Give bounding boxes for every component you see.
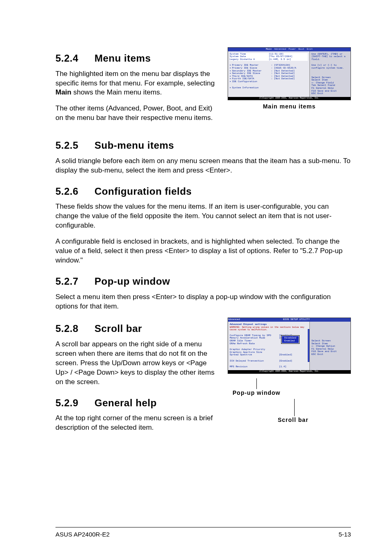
page-footer: ASUS AP2400R-E2 5-13 — [55, 527, 351, 539]
bios-advanced-screenshot: Advanced BIOS SETUP UTILITY Advanced Chi… — [228, 318, 351, 373]
bios2-row-ich[interactable]: ICH Delayed Transaction[Enabled] — [230, 360, 308, 363]
p-524-1: The highlighted item on the menu bar dis… — [55, 69, 218, 98]
bios2-popup[interactable]: Disabled Enabled — [281, 336, 299, 343]
annotation-popup: Pop-up window — [233, 378, 280, 397]
bios-titlebar: BIOS SETUP UTILITY Main Advanced Power B… — [228, 48, 350, 51]
heading-526: 5.2.6Configuration fields — [55, 184, 351, 198]
bios-tab-exit[interactable]: Exit — [307, 48, 313, 51]
bios-row-diskette[interactable]: Legacy Diskette A[1.44M, 3.5 in] — [230, 58, 308, 61]
footer-product: ASUS AP2400R-E2 — [55, 530, 110, 539]
p-525-1: A solid triangle before each item on any… — [55, 157, 351, 175]
bios-main-screenshot: BIOS SETUP UTILITY Main Advanced Power B… — [228, 47, 351, 100]
heading-title-526: Configuration fields — [95, 186, 192, 197]
heading-num-526: 5.2.6 — [55, 184, 95, 198]
bios-row-system-info[interactable]: System Information — [230, 87, 308, 90]
heading-num-529: 5.2.9 — [55, 396, 95, 410]
heading-title-525: Sub-menu items — [95, 140, 174, 151]
bios-tab-main[interactable]: Main — [266, 48, 272, 51]
heading-527: 5.2.7Pop-up window — [55, 274, 351, 288]
bios2-warning: WARNING: Setting wrong values in the sec… — [230, 326, 308, 331]
bios-help-top: Use [ENTER], [TAB] or [SHIFT-TAB] to sel… — [311, 53, 349, 61]
heading-529: 5.2.9General help — [55, 396, 218, 410]
heading-num-524: 5.2.4 — [55, 51, 95, 65]
heading-title-527: Pop-up window — [95, 276, 170, 287]
bios2-row-spread-spectrum[interactable]: Spread Spectrum[Enabled] — [230, 354, 308, 357]
bios-help-mid: Use [+] or [-] to configure system time. — [311, 64, 349, 69]
p-526-1: These fields show the values for the men… — [55, 202, 351, 230]
p-527-1: Select a menu item then press <Enter> to… — [55, 292, 351, 311]
bios2-copyright: (C)Copyright 1985-2002, American Megatre… — [228, 370, 350, 373]
bios2-row-mps[interactable]: MPS Revision[1.4] — [230, 366, 308, 368]
heading-num-528: 5.2.8 — [55, 322, 95, 336]
popup-option-enabled[interactable]: Enabled — [284, 340, 296, 343]
heading-title-529: General help — [95, 397, 157, 408]
p-524-2: The other items (Advanced, Power, Boot, … — [55, 104, 218, 123]
p-528-1: A scroll bar appears on the right side o… — [55, 340, 218, 387]
bios2-scrollbar[interactable] — [308, 329, 309, 362]
heading-528: 5.2.8Scroll bar — [55, 322, 218, 336]
heading-title-524: Menu items — [95, 53, 151, 64]
footer-page-number: 5-13 — [339, 530, 351, 539]
heading-num-525: 5.2.5 — [55, 138, 95, 152]
fig-caption-main-menu: Main menu items — [228, 103, 351, 111]
bios-help-key-6: ESC Exit — [311, 92, 349, 95]
heading-title-528: Scroll bar — [95, 323, 142, 334]
bios2-help-key-5: ESC Exit — [311, 353, 349, 356]
p-529-1: At the top right corner of the menu scre… — [55, 414, 218, 433]
heading-num-527: 5.2.7 — [55, 274, 95, 288]
heading-524: 5.2.4Menu items — [55, 51, 218, 65]
p-526-2: A configurable field is enclosed in brac… — [55, 237, 351, 265]
annotation-scrollbar: Scroll bar — [278, 399, 309, 424]
bios-row-ide-config[interactable]: IDE Configuration — [230, 81, 308, 83]
heading-525: 5.2.5Sub-menu items — [55, 138, 351, 152]
bios2-tab-advanced[interactable]: Advanced — [228, 318, 240, 321]
bios-copyright: (C)Copyright 1985-2002, American Megatre… — [228, 97, 350, 100]
bios2-titlebar: Advanced BIOS SETUP UTILITY — [228, 318, 350, 322]
